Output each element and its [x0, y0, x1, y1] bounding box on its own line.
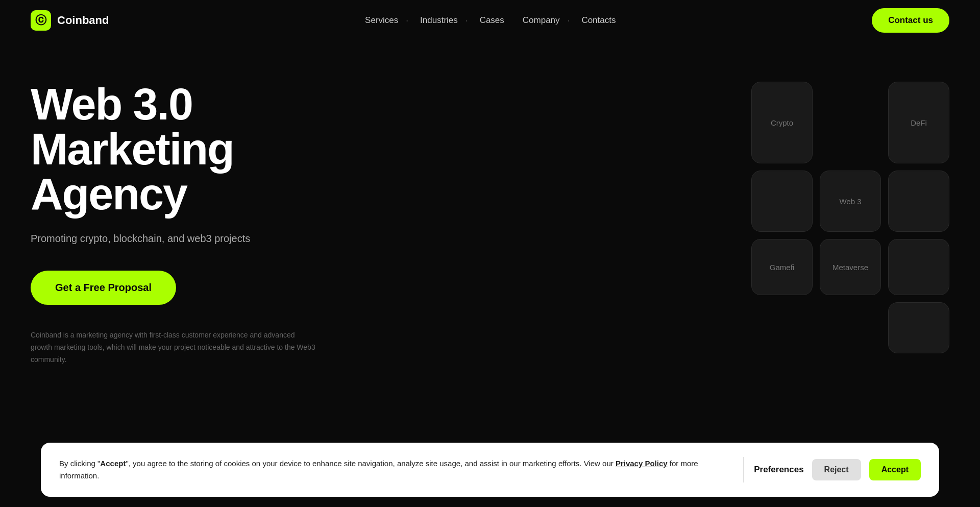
nav-link-company[interactable]: Company	[516, 11, 567, 30]
card-row2-col3[interactable]	[888, 171, 949, 232]
card-defi[interactable]: DeFi	[888, 82, 949, 163]
cookie-actions: Preferences Reject Accept	[754, 459, 921, 480]
nav-item-contacts: Contacts	[574, 11, 623, 30]
nav-item-industries: Industries •	[413, 11, 469, 30]
logo-text: Coinband	[57, 14, 109, 27]
contact-button[interactable]: Contact us	[872, 8, 949, 33]
hero-left: Web 3.0 Marketing Agency Promoting crypt…	[31, 71, 378, 366]
industry-cards-grid: Crypto DeFi Web 3 Gamefi Metaverse	[751, 71, 949, 360]
reject-button[interactable]: Reject	[812, 459, 861, 480]
preferences-button[interactable]: Preferences	[754, 465, 803, 475]
card-crypto[interactable]: Crypto	[751, 82, 813, 163]
cta-button[interactable]: Get a Free Proposal	[31, 271, 176, 305]
navbar: ⓒ Coinband Services • Industries • Cases…	[0, 0, 980, 41]
card-web3[interactable]: Web 3	[820, 171, 881, 232]
nav-link-contacts[interactable]: Contacts	[574, 11, 623, 30]
logo-icon: ⓒ	[31, 10, 51, 31]
cookie-banner: By clicking "Accept", you agree to the s…	[41, 443, 939, 497]
nav-links: Services • Industries • Cases Company • …	[358, 11, 623, 30]
hero-title: Web 3.0 Marketing Agency	[31, 82, 378, 216]
nav-dot-1: •	[405, 18, 409, 23]
nav-link-cases[interactable]: Cases	[473, 11, 511, 30]
nav-item-services: Services •	[358, 11, 409, 30]
cookie-divider	[743, 457, 744, 482]
logo[interactable]: ⓒ Coinband	[31, 10, 109, 31]
hero-subtitle: Promoting crypto, blockchain, and web3 p…	[31, 231, 378, 246]
privacy-policy-link[interactable]: Privacy Policy	[616, 459, 668, 468]
accept-button[interactable]: Accept	[869, 459, 921, 480]
card-row3-col3[interactable]	[888, 239, 949, 295]
hero-section: Web 3.0 Marketing Agency Promoting crypt…	[0, 41, 980, 386]
nav-item-cases: Cases	[473, 11, 511, 30]
nav-link-services[interactable]: Services	[358, 11, 405, 30]
card-row4-col3[interactable]	[888, 302, 949, 353]
hero-description: Coinband is a marketing agency with firs…	[31, 329, 316, 366]
card-row2-col1[interactable]	[751, 171, 813, 232]
nav-link-industries[interactable]: Industries	[413, 11, 465, 30]
card-metaverse[interactable]: Metaverse	[820, 239, 881, 295]
nav-item-company: Company •	[516, 11, 571, 30]
nav-dot-2: •	[465, 18, 469, 23]
nav-dot-3: •	[567, 18, 571, 23]
card-gamefi[interactable]: Gamefi	[751, 239, 813, 295]
cookie-text: By clicking "Accept", you agree to the s…	[59, 457, 733, 482]
cookie-bold-word: Accept	[100, 459, 126, 468]
